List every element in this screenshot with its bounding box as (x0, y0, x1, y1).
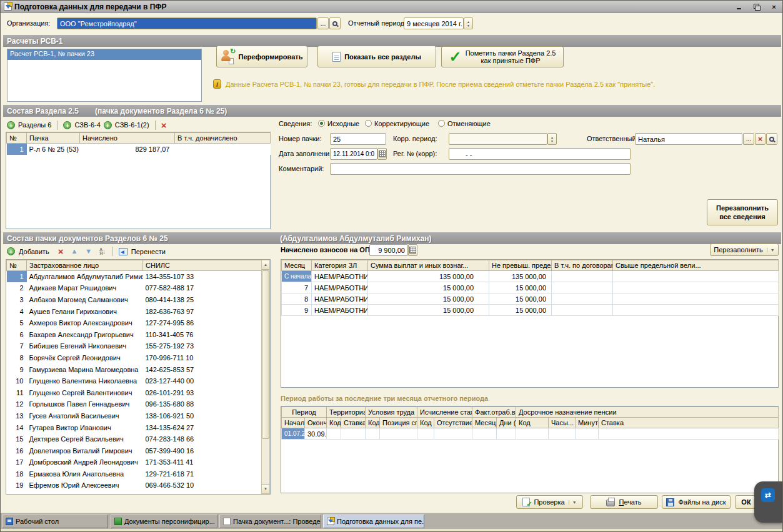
person-row[interactable]: 3Албаков Магомед Салманович080-414-138 2… (7, 294, 262, 306)
person-row[interactable]: 13Гусев Анатолий Васильевич138-106-921 5… (7, 410, 262, 422)
minimize-button[interactable] (734, 2, 744, 11)
period-row[interactable]: 01.07.2...30.09.2... (282, 428, 779, 440)
radio-korrekt-label[interactable]: Корректирующие (374, 120, 429, 127)
scroll-down-icon[interactable]: ▼ (262, 484, 269, 493)
organization-ellipsis-button[interactable]: ... (317, 17, 329, 29)
add-szv64-label[interactable]: СЗВ-6-4 (74, 121, 100, 129)
person-row[interactable]: 15Дехтярев Сергей Васильевич074-283-148 … (7, 433, 262, 445)
mark-accepted-button[interactable]: ✓ Пометить пачки Раздела 2.5как принятые… (441, 46, 564, 67)
responsible-field[interactable]: Наталья (635, 133, 742, 145)
pack-row[interactable]: 1 Р-л 6 № 25 (53) 829 187,07 (7, 144, 271, 155)
period-group-header[interactable]: Территориаль... (327, 407, 366, 418)
pack-num-field[interactable]: 25 (330, 133, 386, 145)
persons-col-name[interactable]: Застрахованное лицо (27, 260, 143, 271)
check-button[interactable]: ✓ Проверка ▼ (516, 495, 583, 509)
person-row[interactable]: 6Бахарев Александр Григорьевич110-341-40… (7, 328, 262, 340)
period-col-header[interactable]: Код (417, 418, 434, 428)
taskbar-tab-pack[interactable]: Пачка документ...: Проведен (219, 515, 321, 528)
persons-table[interactable]: № Застрахованное лицо СНИЛС 1Абдулгалимо… (6, 260, 262, 491)
responsible-search-button[interactable] (766, 133, 777, 145)
report-period-spinner[interactable]: ▲ ▼ (464, 17, 473, 29)
restore-button[interactable] (752, 2, 761, 11)
delete-pack-icon[interactable]: × (161, 121, 167, 129)
packs-col-pack[interactable]: Пачка (27, 133, 80, 144)
reg-num-field[interactable]: - - (449, 148, 631, 160)
move-up-icon[interactable]: ▲ (71, 248, 77, 255)
person-row[interactable]: 7Бибишев Евгений Николаевич155-275-192 7… (7, 340, 262, 352)
person-row[interactable]: 19Ефремов Юрий Алексеевич069-466-532 10 (7, 480, 262, 491)
move-down-icon[interactable]: ▼ (85, 248, 92, 255)
rsv-list[interactable]: Расчет РСВ-1, № пачки 23 (7, 49, 202, 102)
corr-period-spinner[interactable]: ▲ ▼ (547, 133, 557, 145)
payments-col-gph[interactable]: В т.ч. по договорам ГПХ (552, 260, 613, 271)
responsible-ellipsis-button[interactable]: ... (743, 133, 754, 145)
print-button[interactable]: Печать (590, 495, 658, 509)
person-row[interactable]: 10Глущенко Валентина Николаевна023-127-4… (7, 375, 262, 387)
payment-row[interactable]: 8НАЕМ/РАБОТНИК15 000,0015 000,00 (282, 293, 779, 305)
add-szv61-label[interactable]: СЗВ-6-1(2) (115, 121, 149, 129)
radio-korrekt[interactable] (365, 120, 372, 127)
spinner-down-icon[interactable]: ▼ (551, 139, 554, 143)
person-row[interactable]: 1Абдулгалимов Абдулмуталиб Римихан134-35… (7, 271, 262, 283)
person-row[interactable]: 17Домбровский Андрей Леонидович171-353-4… (7, 456, 262, 468)
show-all-sections-button[interactable]: Показать все разделы (317, 46, 436, 67)
taskbar-tab-desktop[interactable]: Рабочий стол (2, 515, 108, 528)
refill-all-button[interactable]: Перезаполнитьвсе сведения (707, 199, 778, 225)
period-group-header[interactable]: Условия труда (366, 407, 417, 418)
organization-search-button[interactable] (329, 17, 341, 29)
radio-ishodnye[interactable] (318, 120, 325, 127)
period-group-header[interactable]: Факт.отраб.время (472, 407, 516, 418)
period-col-header[interactable]: Ставка (341, 418, 366, 428)
add-szv61-icon[interactable]: + (104, 121, 112, 129)
close-button[interactable]: × (769, 2, 779, 11)
person-row[interactable]: 16Довлетияров Виталий Гимрович057-399-49… (7, 445, 262, 456)
packs-col-num[interactable]: № (7, 133, 27, 144)
person-row[interactable]: 4Аушев Гелани Гириханович182-636-763 97 (7, 305, 262, 317)
ops-field[interactable]: 9 900,00 (369, 244, 408, 256)
period-group-header[interactable]: Исчисление стажа (417, 407, 472, 418)
taskbar-tab-documents[interactable]: Документы персонифицир... (111, 515, 217, 528)
scroll-thumb[interactable] (262, 270, 269, 439)
period-col-header[interactable]: Начало (282, 418, 305, 428)
person-row[interactable]: 18Ермакова Юлия Анатольевна129-721-618 7… (7, 468, 262, 480)
period-group-header[interactable]: Период (282, 407, 327, 418)
period-col-header[interactable]: Отсутствие (434, 418, 472, 428)
payment-row[interactable]: 7НАЕМ/РАБОТНИК15 000,0015 000,00 (282, 282, 779, 293)
person-row[interactable]: 8Борячёк Сергей Леонидович170-996-711 10 (7, 352, 262, 364)
period-col-header[interactable]: Код (516, 418, 549, 428)
add-person-icon[interactable]: + (7, 247, 15, 255)
packs-col-accrued[interactable]: Начислено (80, 133, 175, 144)
persons-col-snils[interactable]: СНИЛС (143, 260, 262, 271)
period-col-header[interactable]: Месяцы... (472, 418, 497, 428)
period-col-header[interactable]: Код (327, 418, 341, 428)
period-col-header[interactable]: Оконча... (305, 418, 327, 428)
persons-col-num[interactable]: № (7, 260, 27, 271)
period-col-header[interactable]: Дни (ми... (497, 418, 516, 428)
scroll-up-icon[interactable]: ▲ (262, 260, 269, 270)
remote-support-overlay[interactable]: ⇄ (754, 481, 782, 523)
person-row[interactable]: 5Ахмеров Виктор Александрович127-274-995… (7, 317, 262, 329)
transfer-icon[interactable] (119, 248, 127, 255)
transfer-label[interactable]: Перенести (131, 248, 166, 255)
sort-button[interactable]: АЯ ↓ (99, 248, 106, 255)
add-szv64-icon[interactable]: + (63, 121, 71, 129)
person-row[interactable]: 14Гутарев Виктор Иванович134-135-624 27 (7, 421, 262, 433)
comment-field[interactable] (330, 163, 631, 175)
add-razdely6-label[interactable]: Разделы 6 (18, 121, 51, 129)
delete-person-icon[interactable]: × (58, 247, 64, 255)
spinner-down-icon[interactable]: ▼ (467, 24, 470, 27)
ops-calc-button[interactable] (408, 244, 417, 256)
payments-col-category[interactable]: Категория ЗЛ (312, 260, 368, 271)
taskbar-tab-pfr[interactable]: Подготовка данных для пе... (323, 515, 424, 528)
period-col-header[interactable]: Минуты (576, 418, 599, 428)
payments-table[interactable]: Месяц Категория ЗЛ Сумма выплат и иных в… (281, 260, 779, 316)
fill-date-field[interactable]: 12.11.2014 0:0 (330, 148, 377, 160)
payments-col-limit[interactable]: Не превыш. предельную... (489, 260, 552, 271)
fill-date-calendar-button[interactable] (377, 148, 387, 160)
radio-ishodnye-label[interactable]: Исходные (327, 120, 359, 127)
period-group-header[interactable]: Досрочное назначение пенсии (516, 407, 779, 418)
corr-period-field[interactable] (449, 133, 547, 145)
period-col-header[interactable]: Ставка (599, 418, 779, 428)
rsv-list-item[interactable]: Расчет РСВ-1, № пачки 23 (7, 49, 201, 60)
reform-button[interactable]: ↻ Переформировать (216, 46, 307, 67)
